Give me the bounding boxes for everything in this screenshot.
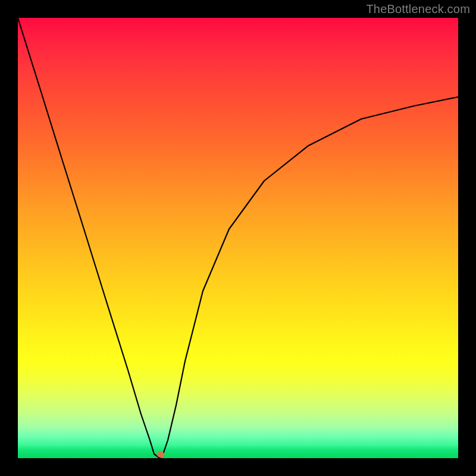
minimum-marker [157, 452, 165, 458]
attribution-text: TheBottleneck.com [366, 2, 470, 16]
chart-frame: TheBottleneck.com [0, 0, 476, 476]
curve-layer [18, 18, 458, 458]
plot-area [18, 18, 458, 458]
bottleneck-curve [18, 18, 458, 458]
